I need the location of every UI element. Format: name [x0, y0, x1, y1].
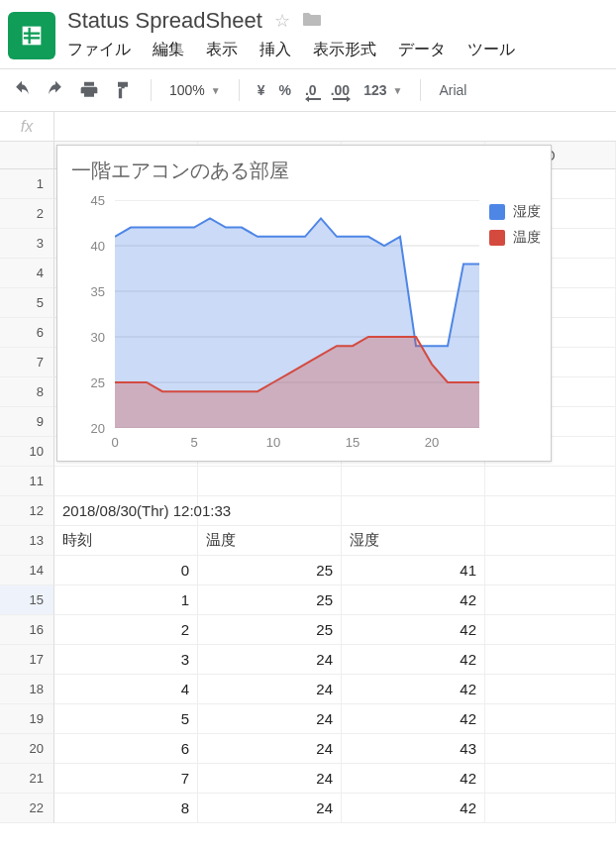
row-header[interactable]: 12	[0, 496, 54, 526]
row-header[interactable]: 9	[0, 407, 54, 437]
percent-format-button[interactable]: %	[279, 82, 291, 98]
row-header[interactable]: 6	[0, 318, 54, 348]
cell[interactable]	[485, 556, 616, 585]
menu-view[interactable]: 表示	[206, 40, 238, 60]
folder-icon[interactable]	[302, 11, 322, 32]
cell[interactable]: 43	[342, 734, 485, 764]
cell[interactable]: 1	[54, 585, 198, 615]
star-icon[interactable]: ☆	[274, 10, 290, 32]
y-tick-label: 30	[91, 330, 105, 345]
cell[interactable]: 2018/08/30(Thr) 12:01:33	[54, 496, 198, 526]
row-header[interactable]: 1	[0, 169, 54, 199]
legend-swatch	[489, 230, 505, 246]
undo-icon[interactable]	[12, 80, 32, 100]
row-header[interactable]: 5	[0, 288, 54, 318]
cell[interactable]: 時刻	[54, 526, 198, 556]
cell[interactable]	[485, 467, 616, 496]
menu-data[interactable]: データ	[398, 40, 446, 60]
row-header[interactable]: 13	[0, 526, 54, 556]
cell[interactable]: 5	[54, 704, 198, 734]
cell[interactable]: 2	[54, 615, 198, 645]
cell[interactable]	[485, 734, 616, 764]
table-row	[54, 467, 616, 496]
zoom-select[interactable]: 100%▼	[169, 82, 221, 98]
number-format-select[interactable]: 123▼	[363, 82, 402, 98]
cell[interactable]	[198, 496, 342, 526]
cell[interactable]	[485, 496, 616, 526]
cell[interactable]	[485, 794, 616, 823]
row-header[interactable]: 15	[0, 585, 54, 615]
row-header[interactable]: 11	[0, 467, 54, 496]
cell[interactable]: 42	[342, 704, 485, 734]
cell[interactable]: 42	[342, 645, 485, 675]
row-header[interactable]: 4	[0, 259, 54, 288]
cell[interactable]: 24	[198, 704, 342, 734]
cell[interactable]: 7	[54, 764, 198, 794]
cell[interactable]	[485, 585, 616, 615]
cell[interactable]: 24	[198, 734, 342, 764]
cell[interactable]	[198, 467, 342, 496]
cell[interactable]: 24	[198, 675, 342, 704]
cell[interactable]	[54, 467, 198, 496]
row-header[interactable]: 20	[0, 734, 54, 764]
menu-tools[interactable]: ツール	[467, 40, 515, 60]
cell[interactable]: 湿度	[342, 526, 485, 556]
row-header[interactable]: 8	[0, 377, 54, 407]
paint-format-icon[interactable]	[113, 80, 133, 100]
cell[interactable]	[485, 526, 616, 556]
cell[interactable]	[342, 496, 485, 526]
row-header[interactable]: 17	[0, 645, 54, 675]
row-header[interactable]: 18	[0, 675, 54, 704]
select-all-corner[interactable]	[0, 142, 54, 169]
cell[interactable]: 6	[54, 734, 198, 764]
doc-title[interactable]: Status SpreadSheet	[67, 8, 262, 34]
cell[interactable]: 42	[342, 675, 485, 704]
cell[interactable]: 24	[198, 794, 342, 823]
menu-file[interactable]: ファイル	[67, 40, 131, 60]
row-header[interactable]: 19	[0, 704, 54, 734]
embedded-chart[interactable]: 一階エアコンのある部屋 202530354045 05101520 湿度 温度	[56, 145, 552, 462]
cell[interactable]: 8	[54, 794, 198, 823]
print-icon[interactable]	[79, 80, 99, 100]
menu-insert[interactable]: 挿入	[259, 40, 291, 60]
cell[interactable]: 24	[198, 645, 342, 675]
cell[interactable]	[485, 645, 616, 675]
cell[interactable]: 42	[342, 585, 485, 615]
legend-item: 湿度	[489, 203, 541, 221]
row-header[interactable]: 14	[0, 556, 54, 585]
font-select[interactable]: Arial	[439, 82, 466, 98]
row-header[interactable]: 10	[0, 437, 54, 467]
row-header[interactable]: 2	[0, 199, 54, 229]
cell[interactable]	[485, 675, 616, 704]
menu-format[interactable]: 表示形式	[313, 40, 376, 60]
menu-edit[interactable]: 編集	[153, 40, 184, 60]
chart-plot-area	[115, 200, 479, 428]
cell[interactable]	[342, 467, 485, 496]
cell[interactable]	[485, 764, 616, 794]
cell[interactable]: 25	[198, 585, 342, 615]
cell[interactable]: 42	[342, 764, 485, 794]
legend-label: 温度	[513, 229, 541, 247]
currency-format-button[interactable]: ¥	[257, 82, 265, 98]
cell[interactable]: 41	[342, 556, 485, 585]
row-header[interactable]: 3	[0, 229, 54, 259]
cell[interactable]: 25	[198, 615, 342, 645]
cell[interactable]: 3	[54, 645, 198, 675]
decrease-decimal-button[interactable]: .0	[305, 82, 317, 98]
redo-icon[interactable]	[46, 80, 65, 100]
cell[interactable]: 42	[342, 794, 485, 823]
cell[interactable]: 4	[54, 675, 198, 704]
cell[interactable]	[485, 704, 616, 734]
row-header[interactable]: 21	[0, 764, 54, 794]
cell[interactable]: 24	[198, 764, 342, 794]
cell[interactable]: 0	[54, 556, 198, 585]
row-header[interactable]: 22	[0, 794, 54, 823]
row-header[interactable]: 16	[0, 615, 54, 645]
cell[interactable]: 25	[198, 556, 342, 585]
row-header[interactable]: 7	[0, 348, 54, 377]
cell[interactable]: 42	[342, 615, 485, 645]
increase-decimal-button[interactable]: .00	[331, 82, 350, 98]
cell[interactable]: 温度	[198, 526, 342, 556]
cell[interactable]	[485, 615, 616, 645]
spreadsheet-grid: 12345678910111213141516171819202122 A B …	[0, 142, 616, 823]
